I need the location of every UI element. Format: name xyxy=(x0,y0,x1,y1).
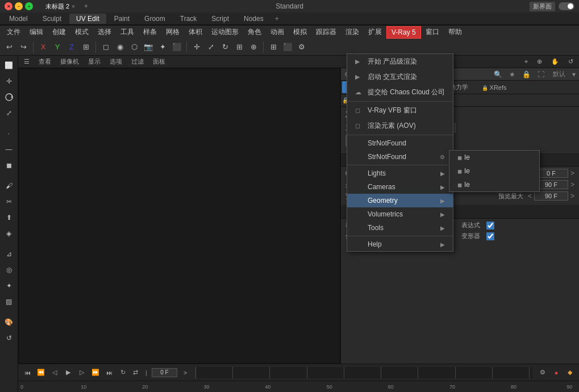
vt-display[interactable]: 显示 xyxy=(86,56,103,67)
str2-gear-icon[interactable]: ⚙ xyxy=(440,154,445,160)
dm-render-elements[interactable]: ◻ 渲染元素 (AOV) xyxy=(347,118,453,134)
mirror-button[interactable]: ⊿ xyxy=(2,247,16,261)
undo-button[interactable]: ↩ xyxy=(2,40,16,54)
tl-ping-pong-button[interactable]: ⇄ xyxy=(130,367,141,378)
vt-options[interactable]: 选项 xyxy=(107,56,124,67)
nav-tab-nodes[interactable]: Nodes xyxy=(237,14,270,24)
vt-camera[interactable]: 摄像机 xyxy=(58,56,81,67)
geometry-submenu-item-2[interactable]: ◼ Ie xyxy=(449,164,539,178)
world-button[interactable]: ⊞ xyxy=(79,40,93,54)
snap-button[interactable]: ⊕ xyxy=(247,40,260,54)
dm-volumetrics[interactable]: Volumetrics ▶ xyxy=(347,207,453,221)
menu-file[interactable]: 文件 xyxy=(2,26,25,39)
close-tab-icon[interactable]: × xyxy=(72,3,75,10)
geometry-submenu-item-3[interactable]: ◼ Ie xyxy=(449,178,539,191)
menu-create[interactable]: 创建 xyxy=(48,26,70,39)
cube-object-button[interactable]: ◻ xyxy=(99,40,113,54)
menu-volume[interactable]: 体积 xyxy=(184,26,207,39)
dm-help[interactable]: Help ▶ xyxy=(347,237,453,251)
max-time-arrow-right[interactable]: > xyxy=(570,181,574,189)
menu-window[interactable]: 窗口 xyxy=(421,26,444,39)
exec-expr-checkbox[interactable] xyxy=(486,222,494,230)
vt-filter[interactable]: 过滤 xyxy=(129,56,146,67)
axis-x-button[interactable]: X xyxy=(36,40,50,54)
menu-mode[interactable]: 模式 xyxy=(70,26,93,39)
brush-tool-button[interactable]: 🖌 xyxy=(2,178,16,193)
null-object-button[interactable]: ✦ xyxy=(156,40,169,54)
loop-button[interactable]: ↺ xyxy=(2,331,16,345)
dm-interactive-render[interactable]: ▶ 启动 交互式渲染 xyxy=(347,69,453,85)
fill-button[interactable]: ▨ xyxy=(2,294,16,309)
tl-step-back-button[interactable]: ◁ xyxy=(49,367,60,378)
tl-prev-key-button[interactable]: ⏪ xyxy=(35,367,47,378)
nav-plus-icon[interactable]: + xyxy=(272,14,282,24)
vt-rotate-3d-icon[interactable]: ↺ xyxy=(566,57,576,66)
material-button[interactable]: ⬛ xyxy=(170,40,184,54)
menu-spline[interactable]: 样条 xyxy=(139,26,161,39)
nav-tab-paint[interactable]: Paint xyxy=(107,14,136,24)
menu-tracker[interactable]: 跟踪器 xyxy=(311,26,341,39)
title-tab-active[interactable]: 未标题 2 × xyxy=(40,1,81,12)
tl-frame-fwd[interactable]: > xyxy=(180,367,191,378)
transform-all-button[interactable]: ⊞ xyxy=(232,40,246,54)
menu-extend[interactable]: 扩展 xyxy=(364,26,386,39)
vt-hamburger[interactable]: ☰ xyxy=(22,57,32,66)
menu-tools[interactable]: 工具 xyxy=(116,26,139,39)
new-face-button[interactable]: 新界面 xyxy=(530,2,555,11)
vt-nav-icon[interactable]: ⌖ xyxy=(522,57,530,66)
nav-tab-groom[interactable]: Groom xyxy=(138,14,172,24)
move-button[interactable]: ✛ xyxy=(190,40,203,54)
tl-play-button[interactable]: ▶ xyxy=(63,367,74,378)
viewport[interactable] xyxy=(18,68,340,364)
select-tool-button[interactable]: ⬜ xyxy=(2,58,16,73)
paint-button[interactable]: 🎨 xyxy=(2,315,16,330)
dm-chaos-cloud[interactable]: ☁ 提交给 Chaos Cloud 公司 xyxy=(347,85,453,100)
panel-search-icon[interactable]: 🔍 xyxy=(494,70,502,78)
dm-str-notfound-1[interactable]: StrNotFound xyxy=(347,136,453,150)
redo-button[interactable]: ↪ xyxy=(16,40,30,54)
tl-current-frame[interactable] xyxy=(152,368,177,377)
tl-settings-btn[interactable]: ⚙ xyxy=(537,367,548,378)
point-object-button[interactable]: ⬡ xyxy=(127,40,141,54)
minimize-button[interactable]: − xyxy=(15,2,23,10)
nav-tab-sculpt[interactable]: Sculpt xyxy=(36,14,68,24)
tl-to-end-button[interactable]: ⏭ xyxy=(103,367,115,378)
vt-pan-icon[interactable]: ✋ xyxy=(549,57,561,66)
preview-max-input[interactable] xyxy=(534,191,568,201)
extrude-button[interactable]: ⬆ xyxy=(2,210,16,225)
rotate-button[interactable]: ↻ xyxy=(218,40,232,54)
menu-select[interactable]: 选择 xyxy=(93,26,116,39)
menu-mesh[interactable]: 网格 xyxy=(161,26,184,39)
weld-button[interactable]: ◎ xyxy=(2,262,16,277)
tl-record-btn[interactable]: ● xyxy=(551,367,562,378)
menu-render[interactable]: 渲染 xyxy=(341,26,364,39)
rotate-tool-button[interactable] xyxy=(2,90,16,105)
panel-chevron-down-icon[interactable]: ▾ xyxy=(572,70,576,78)
camera-object-button[interactable]: 📷 xyxy=(141,40,155,54)
vt-zoom-icon[interactable]: ⊕ xyxy=(535,57,544,66)
sphere-object-button[interactable]: ◉ xyxy=(113,40,127,54)
menu-animate[interactable]: 动画 xyxy=(266,26,289,39)
snap-settings-button[interactable]: ⚙ xyxy=(295,40,309,54)
dm-lights[interactable]: Lights ▶ xyxy=(347,166,453,180)
scale-button[interactable]: ⤢ xyxy=(204,40,218,54)
tab-xrefs[interactable]: 🔒 XRefs xyxy=(475,82,514,93)
poly-mode-button[interactable]: ◼ xyxy=(2,158,16,173)
menu-edit[interactable]: 编辑 xyxy=(25,26,48,39)
dm-str-notfound-2[interactable]: StrNotFound ⚙ xyxy=(347,150,453,164)
cut-tool-button[interactable]: ✂ xyxy=(2,194,16,209)
toggle-switch[interactable] xyxy=(559,2,574,10)
axis-y-button[interactable]: Y xyxy=(51,40,64,54)
nav-tab-model[interactable]: Model xyxy=(2,14,35,24)
new-tab-icon[interactable]: + xyxy=(81,1,91,11)
timeline-ruler[interactable] xyxy=(195,367,532,378)
grid-snap-button[interactable]: ⊞ xyxy=(266,40,280,54)
nav-tab-uvedit[interactable]: UV Edit xyxy=(69,14,106,24)
tl-loop-button[interactable]: ↻ xyxy=(117,367,128,378)
edge-mode-button[interactable]: — xyxy=(2,142,16,157)
vt-panel[interactable]: 面板 xyxy=(151,56,168,67)
tl-keyframe-btn[interactable]: ◆ xyxy=(564,367,576,378)
bevel-button[interactable]: ◈ xyxy=(2,226,16,241)
geometry-submenu-item-1[interactable]: ◼ Ie xyxy=(449,151,539,164)
dm-tools[interactable]: Tools ▶ xyxy=(347,221,453,235)
